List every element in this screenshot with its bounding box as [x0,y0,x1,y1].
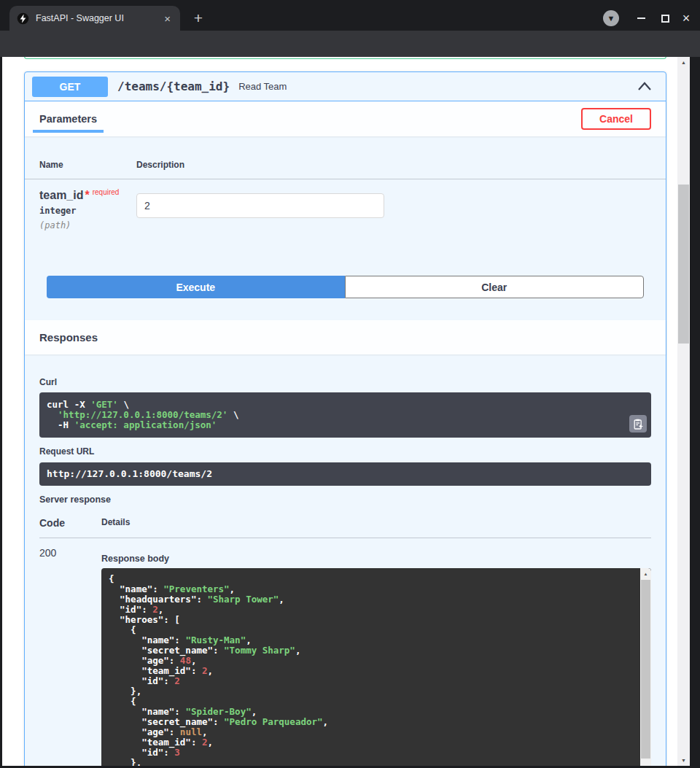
execute-row: Execute Clear [47,276,644,298]
responses-content: Curl curl -X 'GET' \ 'http://127.0.0.1:8… [25,354,666,766]
scrollbar-up-icon[interactable]: ▲ [677,57,690,68]
browser-tab[interactable]: FastAPI - Swagger UI × [9,6,180,31]
endpoint-summary-text: Read Team [238,81,287,92]
tab-close-icon[interactable]: × [162,13,173,24]
new-tab-button[interactable]: + [188,8,209,28]
maximize-icon [661,15,669,23]
window-minimize-button[interactable] [631,9,650,28]
copy-to-clipboard-button[interactable] [629,415,647,433]
response-body-json: { "name": "Preventers", "headquarters": … [109,574,633,766]
response-scrollbar-thumb[interactable] [641,580,650,759]
page-viewport: GET /teams/{team_id} Read Team Parameter… [2,57,677,766]
tab-parameters: Parameters [33,113,104,125]
parameters-table-header: Name Description [25,136,666,179]
curl-label: Curl [39,377,651,387]
request-url-value: http://127.0.0.1:8000/teams/2 [39,462,651,486]
previous-endpoint-block-bottom [24,57,666,59]
curl-command-block: curl -X 'GET' \ 'http://127.0.0.1:8000/t… [39,392,651,438]
minimize-icon [637,18,645,19]
responses-title: Responses [39,331,98,344]
server-response-label: Server response [39,494,651,505]
response-body-label: Response body [101,547,651,564]
clear-button[interactable]: Clear [345,276,645,298]
execute-button[interactable]: Execute [47,276,345,298]
responses-section-header: Responses [25,320,666,354]
tab-title: FastAPI - Swagger UI [36,13,162,23]
http-method-badge: GET [32,77,108,97]
column-details-label: Details [101,517,130,529]
response-row: 200 Response body { "name": "Preventers"… [39,538,651,766]
window-close-button[interactable]: × [677,9,696,28]
cancel-button[interactable]: Cancel [581,108,651,130]
required-label: required [93,188,120,196]
endpoint-summary-header[interactable]: GET /teams/{team_id} Read Team [25,72,666,101]
status-code: 200 [39,547,101,766]
parameter-name: team_id*required [39,188,136,202]
parameter-value-cell [136,188,384,230]
parameter-name-cell: team_id*required integer (path) [39,188,136,230]
parameter-location: (path) [39,220,136,230]
request-url-label: Request URL [39,446,651,457]
scrollbar-down-icon[interactable]: ▼ [677,755,690,766]
column-description-label: Description [136,160,184,170]
fastapi-favicon-icon [17,12,29,25]
tab-strip: FastAPI - Swagger UI × + ▼ × [0,0,700,31]
tab-search-icon[interactable]: ▼ [603,10,619,26]
column-code-label: Code [39,517,101,529]
parameter-row: team_id*required integer (path) [25,179,666,230]
window-maximize-button[interactable] [656,9,674,28]
response-details-cell: Response body { "name": "Preventers", "h… [101,547,651,766]
required-asterisk: * [85,189,89,201]
response-table-header: Code Details [39,517,651,538]
response-body-scrollbar[interactable]: ▲ ▼ [640,568,651,766]
endpoint-path: /teams/{team_id} [117,79,230,93]
parameter-type: integer [39,206,136,216]
team-id-input[interactable] [136,193,384,218]
scroll-up-icon[interactable]: ▲ [640,569,651,579]
column-name-label: Name [39,160,136,170]
browser-scrollbar[interactable]: ▲ ▼ [677,57,690,766]
browser-toolbar: ← → ↻ ⓘ 127.0.0.1:8000/docs#/default/rea… [0,31,700,57]
get-endpoint-block: GET /teams/{team_id} Read Team Parameter… [24,71,666,766]
response-body-block: { "name": "Preventers", "headquarters": … [101,568,651,766]
parameters-header-row: Parameters Cancel [25,101,666,136]
collapse-chevron-icon[interactable] [637,82,652,91]
scrollbar-thumb[interactable] [678,185,689,344]
